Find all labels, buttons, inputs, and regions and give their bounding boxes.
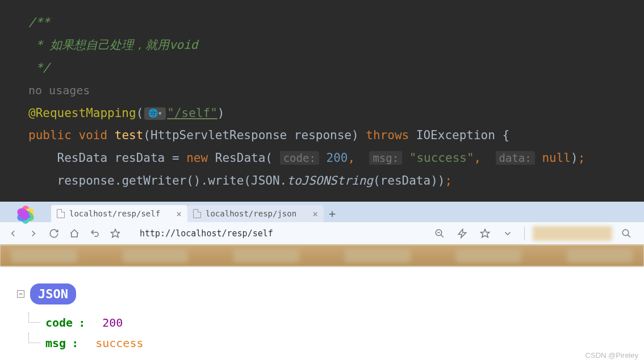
new-tab-button[interactable]: +: [324, 205, 341, 222]
code-body-line: response.getWriter().write(JSON.toJSONSt…: [28, 170, 644, 193]
toolbar: http://localhost/resp/self: [0, 222, 644, 245]
tab-title: localhost/resp/self: [69, 209, 160, 218]
favorite-icon[interactable]: [476, 225, 494, 242]
home-button[interactable]: [66, 225, 83, 242]
back-button[interactable]: [5, 225, 22, 242]
comment-line: * 如果想自己处理，就用void: [28, 38, 198, 52]
svg-marker-0: [111, 229, 120, 237]
browser-logo[interactable]: [0, 202, 51, 222]
flash-icon[interactable]: [454, 225, 471, 242]
star-button[interactable]: [107, 225, 124, 242]
page-icon: [57, 209, 65, 218]
undo-button[interactable]: [86, 225, 103, 242]
tab-self[interactable]: localhost/resp/self ×: [51, 205, 187, 222]
reload-button[interactable]: [45, 225, 62, 242]
svg-marker-4: [458, 229, 466, 237]
annotation-line: @RequestMapping(🌐▾"/self"): [28, 102, 644, 125]
svg-point-6: [622, 230, 629, 236]
code-body-line: ResData resData = new ResData( code: 200…: [28, 147, 644, 170]
usage-hint: no usages: [28, 84, 90, 97]
method-signature: public void test(HttpServletResponse res…: [28, 124, 644, 147]
tab-json[interactable]: localhost/resp/json ×: [187, 205, 324, 222]
watermark: CSDN @Pireley: [586, 351, 638, 360]
svg-line-2: [441, 235, 444, 237]
json-row: msg : success: [45, 333, 627, 353]
json-key: code: [45, 316, 73, 329]
forward-button[interactable]: [25, 225, 42, 242]
tab-bar: localhost/resp/self × localhost/resp/jso…: [0, 202, 644, 222]
page-icon: [193, 209, 201, 218]
json-key: msg: [45, 336, 66, 350]
chevron-down-icon[interactable]: [499, 225, 516, 242]
search-icon[interactable]: [618, 225, 635, 242]
json-value: 200: [102, 316, 123, 329]
address-bar[interactable]: http://localhost/resp/self: [133, 225, 422, 242]
close-icon[interactable]: ×: [176, 208, 182, 219]
code-editor: /** * 如果想自己处理，就用void */ no usages @Reque…: [0, 0, 644, 198]
comment-line: */: [28, 61, 50, 74]
svg-line-7: [628, 235, 630, 237]
json-value: success: [95, 336, 143, 350]
close-icon[interactable]: ×: [312, 208, 318, 219]
zoom-out-icon[interactable]: [431, 225, 448, 242]
blurred-area: [533, 226, 612, 241]
json-badge: JSON: [30, 283, 76, 304]
json-row: code : 200: [45, 312, 627, 333]
browser-window: localhost/resp/self × localhost/resp/jso…: [0, 202, 644, 363]
bookmark-bar: [0, 245, 644, 266]
svg-marker-5: [481, 229, 490, 237]
comment-line: /**: [28, 15, 50, 29]
tab-title: localhost/resp/json: [206, 209, 296, 218]
globe-icon[interactable]: 🌐▾: [144, 107, 166, 120]
collapse-button[interactable]: −: [17, 290, 24, 298]
page-content: − JSON code : 200 msg : success: [0, 266, 644, 359]
